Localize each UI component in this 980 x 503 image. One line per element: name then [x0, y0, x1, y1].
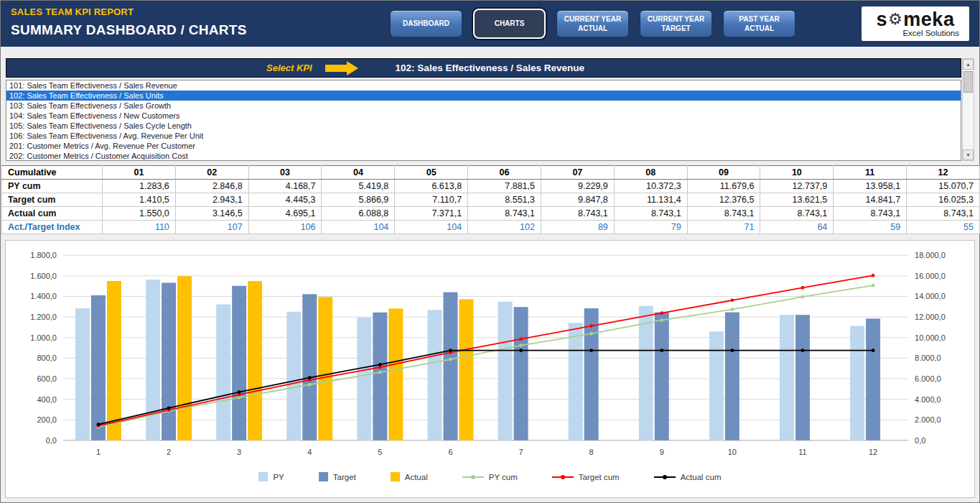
- table-cell: 13.958,1: [834, 180, 907, 193]
- table-cell: 107: [175, 221, 248, 234]
- header-bar: SALES TEAM KPI REPORT SUMMARY DASHBOARD …: [1, 1, 979, 47]
- table-header-row: Cumulative010203040506070809101112: [2, 166, 980, 180]
- legend-line-dot: [471, 475, 475, 479]
- legend-item-actual-cum: Actual cum: [654, 472, 722, 481]
- kpi-option-104[interactable]: 104: Sales Team Effectiveness / New Cust…: [6, 111, 961, 121]
- list-scrollbar[interactable]: ▲ ▼: [962, 58, 974, 161]
- page-title: SUMMARY DASHBOARD / CHARTS: [11, 22, 247, 38]
- nav-button-current-year-actual[interactable]: CURRENT YEAR ACTUAL: [556, 10, 629, 37]
- logo-tagline: Excel Solutions: [902, 29, 959, 38]
- table-cell: 13.621,5: [760, 193, 834, 207]
- cumulative-table: Cumulative010203040506070809101112 PY cu…: [1, 165, 980, 234]
- table-cell: 7.881,5: [468, 180, 541, 193]
- nav-button-past-year-actual[interactable]: PAST YEAR ACTUAL: [723, 10, 795, 37]
- table-row-actual-cum: Actual cum1.550,03.146,54.695,16.088,87.…: [2, 207, 980, 221]
- svg-text:10.000,0: 10.000,0: [915, 333, 946, 342]
- table-cell: 12.376,5: [687, 193, 760, 207]
- table-row-target-cum: Target cum1.410,52.943,14.445,35.866,97.…: [2, 193, 980, 207]
- legend-item-py-cum: PY cum: [462, 472, 518, 481]
- table-cell: 14.841,7: [834, 193, 907, 207]
- table-cell: 9.229,9: [541, 180, 614, 193]
- month-header: 05: [395, 166, 468, 180]
- table-cell: 11.131,4: [614, 193, 687, 207]
- x-axis-labels: 123456789101112: [96, 448, 877, 456]
- nav-button-current-year-target[interactable]: CURRENT YEAR TARGET: [640, 10, 712, 37]
- nav-button-charts[interactable]: CHARTS: [473, 9, 546, 39]
- svg-text:9: 9: [660, 448, 664, 456]
- svg-text:400,0: 400,0: [37, 395, 56, 404]
- kpi-select-bar: Select KPI 102: Sales Effectiveness / Sa…: [6, 58, 961, 78]
- kpi-option-106[interactable]: 106: Sales Team Effectiveness / Avg. Rev…: [6, 131, 961, 141]
- legend-label: PY: [273, 473, 284, 481]
- svg-text:5: 5: [378, 448, 382, 456]
- month-header: 11: [834, 166, 907, 180]
- table-cell: 1.283,6: [103, 180, 176, 193]
- report-title: SALES TEAM KPI REPORT: [11, 6, 134, 17]
- row-label: Act./Target Index: [2, 221, 103, 234]
- table-cell: 59: [834, 221, 907, 234]
- table-cell: 12.737,9: [760, 180, 834, 193]
- brand-start: s: [877, 10, 888, 29]
- table-cell: 8.743,1: [468, 207, 541, 221]
- table-cell: 110: [103, 221, 176, 234]
- someka-logo: s ⚙ meka Excel Solutions: [862, 6, 969, 41]
- table-cell: 6.613,8: [395, 180, 468, 193]
- table-cell: 16.025,3: [907, 193, 980, 207]
- table-cell: 5.419,8: [322, 180, 395, 193]
- table-cell: 8.743,1: [760, 207, 834, 221]
- month-header: 07: [541, 166, 614, 180]
- kpi-option-105[interactable]: 105: Sales Team Effectiveness / Sales Cy…: [6, 121, 961, 131]
- svg-text:12.000,0: 12.000,0: [915, 313, 946, 321]
- table-cell: 4.168,7: [248, 180, 322, 193]
- kpi-option-201[interactable]: 201: Customer Metrics / Avg. Revenue Per…: [6, 141, 961, 151]
- kpi-option-101[interactable]: 101: Sales Team Effectiveness / Sales Re…: [6, 80, 961, 91]
- legend-item-py: PY: [258, 472, 284, 481]
- table-cell: 8.743,1: [907, 207, 980, 221]
- table-cell: 8.743,1: [541, 207, 614, 221]
- legend-item-target: Target: [319, 472, 356, 481]
- svg-text:0,0: 0,0: [915, 436, 925, 445]
- table-cell: 2.943,1: [175, 193, 248, 207]
- kpi-listbox[interactable]: 101: Sales Team Effectiveness / Sales Re…: [6, 80, 961, 161]
- table-cell: 7.110,7: [395, 193, 468, 207]
- month-header: 06: [468, 166, 541, 180]
- table-cell: 64: [760, 221, 834, 234]
- gear-icon: ⚙: [888, 10, 902, 29]
- scroll-down-button[interactable]: ▼: [963, 149, 974, 160]
- svg-text:7: 7: [519, 448, 523, 456]
- legend-swatch: [391, 472, 400, 481]
- table-cell: 8.743,1: [687, 207, 760, 221]
- table-cell: 104: [322, 221, 395, 234]
- svg-text:6: 6: [448, 448, 452, 456]
- legend-label: PY cum: [489, 473, 518, 481]
- row-label: Target cum: [2, 193, 103, 207]
- line-series-py-cum: [97, 284, 875, 429]
- table-cell: 11.679,6: [687, 180, 760, 193]
- table-cell: 8.743,1: [614, 207, 687, 221]
- scroll-thumb[interactable]: [963, 71, 973, 93]
- table-cell: 3.146,5: [175, 207, 248, 221]
- selected-kpi-display: 102: Sales Effectiveness / Sales Revenue: [396, 63, 584, 73]
- table-cell: 9.847,8: [541, 193, 614, 207]
- month-header: 10: [760, 166, 834, 180]
- month-header: 09: [687, 166, 760, 180]
- legend-label: Target: [333, 473, 356, 481]
- scroll-up-button[interactable]: ▲: [963, 59, 974, 70]
- table-cell: 104: [395, 221, 468, 234]
- row-label: Actual cum: [2, 207, 103, 221]
- table-cell: 71: [687, 221, 760, 234]
- chart-panel: 0,00,0200,02.000,0400,04.000,0600,06.000…: [5, 240, 975, 498]
- kpi-option-202[interactable]: 202: Customer Metrics / Customer Acquisi…: [6, 151, 961, 161]
- arrow-shaft: [325, 65, 347, 72]
- dashboard-page: SALES TEAM KPI REPORT SUMMARY DASHBOARD …: [0, 0, 980, 503]
- kpi-option-102[interactable]: 102: Sales Team Effectiveness / Sales Un…: [6, 91, 961, 101]
- svg-text:18.000,0: 18.000,0: [915, 251, 946, 259]
- month-header: 08: [614, 166, 687, 180]
- nav-button-dashboard[interactable]: DASHBOARD: [390, 10, 462, 37]
- svg-text:4: 4: [307, 448, 312, 456]
- kpi-option-103[interactable]: 103: Sales Team Effectiveness / Sales Gr…: [6, 101, 961, 111]
- svg-text:8.000,0: 8.000,0: [915, 354, 941, 362]
- table-cell: 8.743,1: [834, 207, 907, 221]
- table-cell: 5.866,9: [322, 193, 395, 207]
- scroll-track[interactable]: [963, 70, 974, 149]
